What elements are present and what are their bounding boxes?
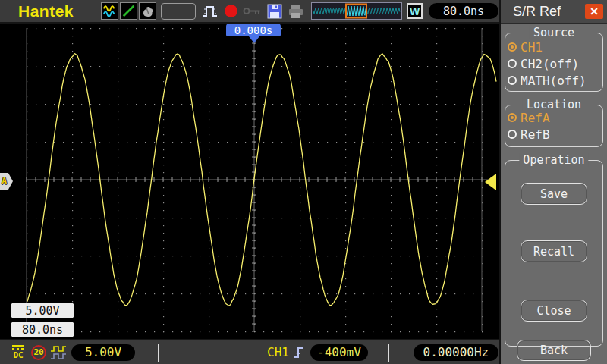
divider	[388, 344, 389, 362]
time-position-arrow-icon[interactable]	[249, 36, 259, 43]
probe-waveform-icon-svg	[50, 344, 67, 361]
pulse-icon-svg	[201, 3, 219, 20]
key-icon[interactable]	[243, 6, 262, 16]
radio-icon	[508, 42, 517, 52]
source-group-legend: Source	[530, 26, 578, 39]
source-group: Source CH1 CH2(off) MATH(off)	[505, 33, 603, 92]
close-menu-button[interactable]: Close	[521, 300, 587, 322]
waveform-overview[interactable]	[311, 2, 402, 20]
hand-icon-svg	[140, 4, 155, 18]
radio-icon	[508, 59, 517, 68]
source-option-math-label: MATH(off)	[521, 74, 587, 88]
printer-icon[interactable]	[288, 4, 304, 19]
source-option-ch2-label: CH2(off)	[521, 57, 579, 71]
probe-waveform-icon	[50, 344, 67, 361]
timebase-readout: 80.0ns	[429, 3, 498, 19]
key-icon-svg	[243, 6, 262, 16]
operation-group: Operation Save Recall Close	[505, 160, 603, 347]
location-group-legend: Location	[523, 98, 585, 111]
rising-edge-icon	[292, 345, 307, 360]
time-per-div-label: 80.0ns	[11, 322, 74, 337]
time-position-marker[interactable]: 0.000s	[226, 24, 281, 36]
save-button[interactable]: Save	[521, 183, 587, 205]
empty-selector[interactable]	[161, 3, 196, 20]
menu-title: S/R Ref	[513, 4, 561, 20]
dc-coupling-label: DC	[13, 350, 23, 360]
waveform-overview-svg	[312, 3, 401, 19]
volts-per-div-label: 5.00V	[11, 303, 74, 318]
record-icon[interactable]	[225, 5, 237, 17]
radio-icon	[508, 76, 517, 85]
radio-icon	[508, 113, 517, 122]
scope-display: 0.000s A 5.00V 80.0ns	[0, 24, 499, 339]
back-button[interactable]: Back	[517, 340, 591, 361]
trigger-level-readout: -400mV	[310, 344, 368, 361]
printer-icon-svg	[288, 4, 304, 19]
radio-icon	[508, 130, 517, 139]
rising-edge-icon-svg	[292, 345, 307, 360]
source-option-math[interactable]: MATH(off)	[505, 72, 602, 89]
operation-group-legend: Operation	[519, 153, 588, 167]
location-option-refb[interactable]: RefB	[505, 126, 602, 143]
ch1-volts-readout: 5.00V	[71, 344, 135, 361]
menu-header: S/R Ref ✕	[501, 0, 607, 24]
window-icon[interactable]: W	[407, 3, 423, 19]
divider	[158, 344, 159, 362]
bandwidth-limit-badge: 20	[31, 345, 46, 360]
trigger-source-label: CH1	[267, 345, 289, 359]
close-icon[interactable]: ✕	[585, 4, 603, 19]
channels-icon-svg	[102, 4, 117, 18]
source-option-ch1-label: CH1	[521, 40, 543, 55]
frequency-readout: 0.00000Hz	[414, 344, 498, 361]
cursor-line-icon-svg	[121, 4, 136, 18]
top-toolbar: Hantek	[0, 0, 499, 24]
save-disk-icon[interactable]	[267, 4, 282, 19]
dc-solid-line	[12, 345, 24, 347]
dc-dashed-line	[12, 348, 24, 350]
hantek-logo: Hantek	[18, 2, 74, 20]
cursor-line-icon[interactable]	[120, 2, 137, 20]
hand-icon[interactable]	[139, 2, 156, 20]
location-option-refa-label: RefA	[521, 111, 550, 125]
location-group: Location RefA RefB	[505, 105, 603, 147]
menu-body: Source CH1 CH2(off) MATH(off) Location R…	[501, 24, 607, 355]
location-option-refb-label: RefB	[521, 127, 550, 142]
graticule	[0, 24, 499, 339]
channels-icon[interactable]	[101, 2, 118, 20]
menu-panel: S/R Ref ✕ Source CH1 CH2(off) MATH(off) …	[499, 0, 607, 364]
location-option-refa[interactable]: RefA	[505, 109, 602, 126]
source-option-ch1[interactable]: CH1	[505, 39, 602, 55]
dc-coupling-icon: DC	[9, 345, 27, 359]
trigger-level-marker-icon[interactable]	[485, 174, 496, 190]
source-option-ch2[interactable]: CH2(off)	[505, 55, 602, 72]
status-bar: DC 20 5.00V CH1 -400mV 0.00000Hz	[0, 339, 499, 364]
pulse-icon[interactable]	[201, 3, 219, 20]
recall-button[interactable]: Recall	[521, 240, 587, 262]
save-disk-icon-svg	[267, 4, 282, 19]
